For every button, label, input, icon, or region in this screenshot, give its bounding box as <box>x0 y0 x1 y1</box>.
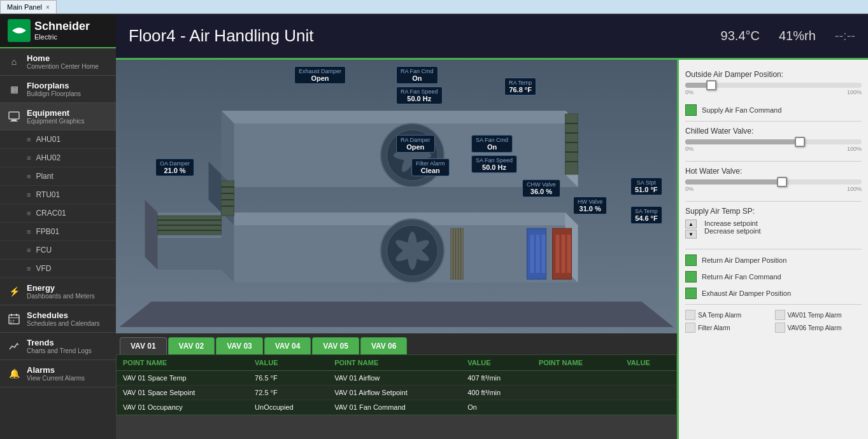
schneider-logo-icon <box>8 19 31 42</box>
return-air-damper-indicator: Return Air Damper Position <box>685 254 862 266</box>
menu-icon-plant: ≡ <box>27 172 31 180</box>
exhaust-air-damper-label: Exhaust Air Damper Position <box>702 289 791 297</box>
row1-val2: 407 ft³/min <box>461 371 532 386</box>
row3-point2: VAV 01 Fan Command <box>328 400 461 415</box>
sidebar-item-alarms[interactable]: 🔔 Alarms View Current Alarms <box>0 360 116 387</box>
vav-tab-04[interactable]: VAV 04 <box>264 337 311 354</box>
increase-setpoint-button[interactable]: ▲ <box>685 220 697 228</box>
exhaust-air-damper-indicator-box <box>685 288 697 299</box>
supply-air-fan-label: Supply Air Fan Command <box>702 106 781 114</box>
chw-pct-low: 0% <box>685 146 694 152</box>
sidebar-item-home[interactable]: ⌂ Home Convention Center Home <box>0 48 116 76</box>
home-nav-subtitle: Convention Center Home <box>27 63 108 70</box>
sa-stpt-label: SA Stpt 51.0 °F <box>630 178 662 195</box>
alarms-nav-subtitle: View Current Alarms <box>27 375 108 382</box>
logo-schneider: Schneider <box>34 20 90 33</box>
svg-rect-43 <box>562 235 566 273</box>
sidebar-item-floorplans[interactable]: ▦ Floorplans Buildign Floorplans <box>0 76 116 103</box>
vav-tab-01[interactable]: VAV 01 <box>120 337 167 354</box>
decrease-setpoint-button[interactable]: ▼ <box>685 230 697 239</box>
vav01-temp-alarm: VAV01 Temp Alarm <box>775 310 862 320</box>
table-row: VAV 01 Space Temp 76.5 °F VAV 01 Airflow… <box>117 371 676 386</box>
floorplans-nav-subtitle: Buildign Floorplans <box>27 90 108 97</box>
sa-temp-alarm: SA Temp Alarm <box>685 310 772 320</box>
floorplans-nav-title: Floorplans <box>27 81 108 90</box>
data-table: POINT NAME VALUE POINT NAME VALUE POINT … <box>117 355 676 415</box>
sidebar-item-energy[interactable]: ⚡ Energy Dashboards and Meters <box>0 278 116 305</box>
return-air-damper-label: Return Air Damper Position <box>702 256 786 264</box>
svg-rect-2 <box>11 120 17 121</box>
svg-marker-12 <box>222 111 234 187</box>
sidebar-sub-ahu02[interactable]: ≡ AHU02 <box>0 149 116 167</box>
slider-track-oa[interactable] <box>685 83 862 88</box>
oa-pct-low: 0% <box>685 89 694 95</box>
sa-fan-speed-label: SA Fan Speed 50.0 Hz <box>471 155 517 173</box>
alarms-icon: 🔔 <box>8 367 20 380</box>
ahu01-label: AHU01 <box>36 135 60 144</box>
ra-damper-label: RA Damper Open <box>396 135 435 153</box>
sidebar-sub-rtu01[interactable]: ≡ RTU01 <box>0 186 116 204</box>
vav-tab-02[interactable]: VAV 02 <box>168 337 215 354</box>
sidebar-sub-plant[interactable]: ≡ Plant <box>0 167 116 186</box>
schedules-nav-subtitle: Schedules and Calendars <box>27 320 108 327</box>
main-panel-tab[interactable]: Main Panel × <box>0 0 57 13</box>
col-point-name-2: POINT NAME <box>328 355 461 371</box>
menu-icon-vfd: ≡ <box>27 265 31 272</box>
divider-4 <box>685 249 862 249</box>
schedules-icon: 17 <box>8 312 20 325</box>
slider-fill-hw <box>685 179 782 185</box>
schedules-nav-title: Schedules <box>27 310 108 320</box>
slider-thumb-chw[interactable] <box>795 137 805 147</box>
svg-rect-7 <box>9 317 19 318</box>
chw-pct-high: 100% <box>847 146 862 152</box>
slider-thumb-oa[interactable] <box>706 80 716 90</box>
chilled-water-valve-slider[interactable]: 0% 100% <box>685 139 862 152</box>
sidebar-sub-fpb01[interactable]: ≡ FPB01 <box>0 223 116 241</box>
vav-tab-03[interactable]: VAV 03 <box>216 337 263 354</box>
row2-val2: 400 ft³/min <box>461 386 532 400</box>
alarm-grid: SA Temp Alarm VAV01 Temp Alarm Filter Al… <box>685 310 862 333</box>
vav-tab-05[interactable]: VAV 05 <box>312 337 359 354</box>
vav-tab-06[interactable]: VAV 06 <box>360 337 408 354</box>
sidebar-sub-fcu[interactable]: ≡ FCU <box>0 241 116 260</box>
chilled-water-valve-title: Chilled Water Valve: <box>685 127 862 136</box>
humidity-display: 41%rh <box>779 29 816 43</box>
vfd-label: VFD <box>36 264 51 273</box>
row1-point1: VAV 01 Space Temp <box>117 371 248 386</box>
fpb01-label: FPB01 <box>36 227 59 236</box>
sidebar-item-schedules[interactable]: 17 Schedules Schedules and Calendars <box>0 305 116 333</box>
svg-marker-11 <box>222 111 578 123</box>
temperature-display: 93.4°C <box>721 29 760 43</box>
hot-water-valve-slider[interactable]: 0% 100% <box>685 179 862 192</box>
sidebar-sub-crac01[interactable]: ≡ CRAC01 <box>0 204 116 223</box>
sidebar-sub-vfd[interactable]: ≡ VFD <box>0 260 116 278</box>
menu-icon-crac01: ≡ <box>27 209 31 217</box>
increase-setpoint-label: Increase setpoint <box>704 220 761 227</box>
decrease-setpoint-label: Decrease setpoint <box>704 227 761 235</box>
row3-val1: UnOccupied <box>248 400 328 415</box>
slider-track-hw[interactable] <box>685 179 862 185</box>
sa-fan-cmd-label: SA Fan Cmd On <box>471 135 513 153</box>
rtu01-label: RTU01 <box>36 190 60 199</box>
equipment-nav-subtitle: Equipment Graphics <box>27 118 108 125</box>
hw-pct-high: 100% <box>847 186 862 192</box>
setpoint-buttons: ▲ ▼ <box>685 220 697 239</box>
sidebar-item-equipment[interactable]: Equipment Equipment Graphics <box>0 103 116 130</box>
sidebar-item-trends[interactable]: Trends Charts and Trend Logs <box>0 333 116 360</box>
sidebar-logo: Schneider Electric <box>0 14 116 48</box>
slider-thumb-hw[interactable] <box>777 177 787 187</box>
row3-point3 <box>532 400 620 415</box>
svg-rect-40 <box>542 235 546 273</box>
row2-val3 <box>620 386 676 400</box>
slider-track-chw[interactable] <box>685 139 862 144</box>
sa-temp-label: SA Temp 54.6 °F <box>630 206 662 224</box>
floorplans-icon: ▦ <box>8 83 20 95</box>
tab-close-button[interactable]: × <box>46 4 50 11</box>
ra-temp-label: RA Temp 76.8 °F <box>504 78 536 95</box>
sidebar-sub-ahu01[interactable]: ≡ AHU01 <box>0 130 116 149</box>
row1-val1: 76.5 °F <box>248 371 328 386</box>
outside-air-damper-slider[interactable]: 0% 100% <box>685 83 862 95</box>
sidebar: Schneider Electric ⌂ Home Convention Cen… <box>0 14 116 439</box>
return-air-fan-label: Return Air Fan Command <box>702 273 781 281</box>
home-icon: ⌂ <box>8 55 20 68</box>
